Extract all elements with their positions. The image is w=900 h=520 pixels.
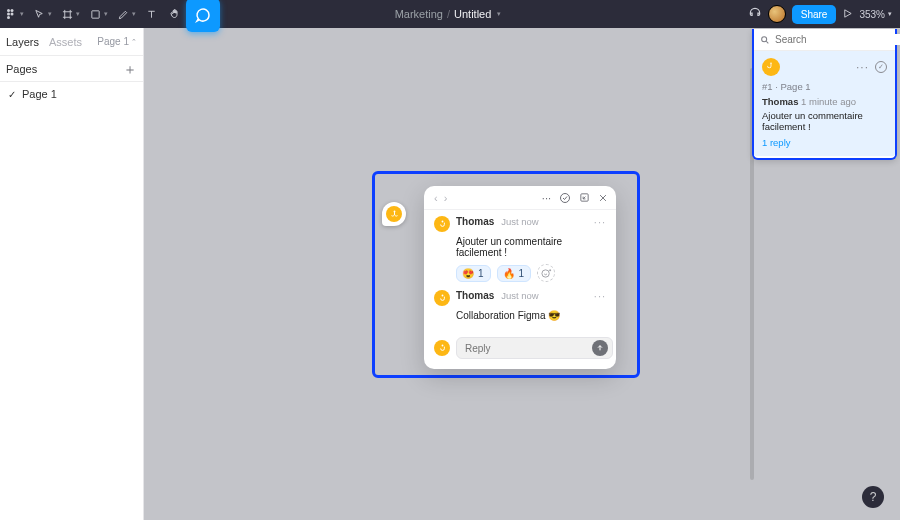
hand-tool-button[interactable] [164, 0, 186, 28]
popover-prev-icon[interactable]: ‹ [432, 192, 440, 204]
svg-point-10 [770, 62, 772, 64]
pen-tool-button[interactable] [112, 0, 134, 28]
tab-layers[interactable]: Layers [6, 36, 39, 48]
comment-time: 1 minute ago [801, 96, 856, 107]
svg-point-15 [542, 269, 549, 276]
page-selector[interactable]: Page 1 ⌃ [97, 36, 137, 47]
reaction-emoji: 😍 [462, 268, 474, 279]
comment-resolve-icon[interactable]: ✓ [875, 61, 887, 73]
message-author: Thomas [456, 290, 494, 301]
reaction-pill[interactable]: 😍 1 [456, 265, 491, 282]
add-reaction-button[interactable] [537, 264, 555, 282]
popover-dock-icon[interactable] [579, 192, 590, 203]
zoom-level[interactable]: 353% ▾ [859, 9, 896, 20]
comment-location: Page 1 [781, 81, 811, 92]
message-menu-icon[interactable]: ··· [594, 290, 606, 302]
tab-assets[interactable]: Assets [49, 36, 82, 48]
share-button[interactable]: Share [792, 5, 837, 24]
message-time: Just now [501, 216, 539, 227]
svg-rect-1 [7, 13, 10, 16]
comment-index: #1 [762, 81, 773, 92]
page-item-label: Page 1 [22, 88, 57, 100]
svg-point-11 [393, 210, 395, 212]
popover-options-icon[interactable]: ··· [542, 192, 551, 204]
message-text: Collaboration Figma 😎 [456, 310, 606, 321]
page-selector-chevron-icon: ⌃ [131, 38, 137, 46]
present-play-icon[interactable] [842, 8, 853, 21]
top-toolbar: ▾ ▾ ▾ ▾ ▾ Marketing / Untitled ▾ [0, 0, 900, 28]
search-icon [760, 34, 770, 46]
popover-message: Thomas Just now ··· [434, 216, 606, 232]
reply-avatar [434, 340, 450, 356]
svg-rect-2 [7, 16, 10, 19]
comment-pin[interactable] [382, 202, 406, 226]
figma-menu-button[interactable] [0, 0, 22, 28]
svg-rect-4 [11, 13, 14, 16]
reply-field[interactable] [456, 337, 613, 359]
reaction-count: 1 [519, 268, 525, 279]
shape-tool-button[interactable] [84, 0, 106, 28]
svg-point-6 [762, 36, 767, 41]
reaction-pill[interactable]: 🔥 1 [497, 265, 532, 282]
popover-resolve-icon[interactable] [559, 192, 571, 204]
text-tool-button[interactable] [140, 0, 162, 28]
svg-point-17 [441, 344, 443, 346]
pages-heading: Pages [6, 63, 37, 75]
page-item[interactable]: ✓ Page 1 [0, 82, 143, 106]
svg-point-16 [441, 294, 443, 296]
comment-preview-text: Ajouter un commentaire facilement ! [762, 110, 887, 132]
project-name[interactable]: Marketing [395, 8, 443, 20]
reply-input[interactable] [465, 343, 592, 354]
reaction-count: 1 [478, 268, 484, 279]
comment-list-item[interactable]: ··· ✓ #1 · Page 1 Thomas 1 minute ago Aj… [754, 51, 895, 156]
popover-next-icon[interactable]: › [442, 192, 450, 204]
message-text: Ajouter un commentaire facilement ! [456, 236, 606, 258]
file-title[interactable]: Untitled [454, 8, 491, 20]
message-avatar [434, 290, 450, 306]
page-check-icon: ✓ [8, 89, 16, 100]
svg-point-12 [561, 193, 570, 202]
message-author: Thomas [456, 216, 494, 227]
svg-rect-3 [11, 9, 14, 12]
message-menu-icon[interactable]: ··· [594, 216, 606, 228]
comment-reply-link[interactable]: 1 reply [762, 137, 887, 148]
title-separator: / [443, 8, 454, 20]
user-avatar[interactable] [768, 5, 786, 23]
popover-message: Thomas Just now ··· [434, 290, 606, 306]
page-selector-label: Page 1 [97, 36, 129, 47]
move-tool-button[interactable] [28, 0, 50, 28]
comment-popover: ‹ › ··· Thomas Just now ··· [424, 186, 616, 369]
help-button[interactable]: ? [862, 486, 884, 508]
message-avatar [434, 216, 450, 232]
comment-author: Thomas [762, 96, 798, 107]
reply-send-button[interactable] [592, 340, 608, 356]
zoom-chevron-icon: ▾ [888, 10, 892, 18]
title-chevron-icon[interactable]: ▾ [495, 10, 503, 18]
reaction-emoji: 🔥 [503, 268, 515, 279]
help-label: ? [870, 490, 877, 504]
left-panel: Layers Assets Page 1 ⌃ Pages ＋ ✓ Page 1 [0, 28, 144, 520]
add-page-button[interactable]: ＋ [123, 62, 137, 76]
comment-tool-button[interactable] [186, 0, 220, 32]
comments-sidebar: ··· ✓ #1 · Page 1 Thomas 1 minute ago Aj… [752, 29, 897, 160]
comment-item-menu-icon[interactable]: ··· [856, 60, 869, 74]
audio-headset-icon[interactable] [748, 6, 762, 22]
comment-avatar [762, 58, 780, 76]
zoom-value: 353% [859, 9, 885, 20]
svg-rect-5 [91, 10, 98, 17]
message-time: Just now [501, 290, 539, 301]
frame-tool-button[interactable] [56, 0, 78, 28]
comment-pin-avatar [386, 206, 402, 222]
svg-rect-0 [7, 9, 10, 12]
svg-point-14 [441, 220, 443, 222]
popover-close-icon[interactable] [598, 193, 608, 203]
comments-search-input[interactable] [775, 34, 900, 45]
